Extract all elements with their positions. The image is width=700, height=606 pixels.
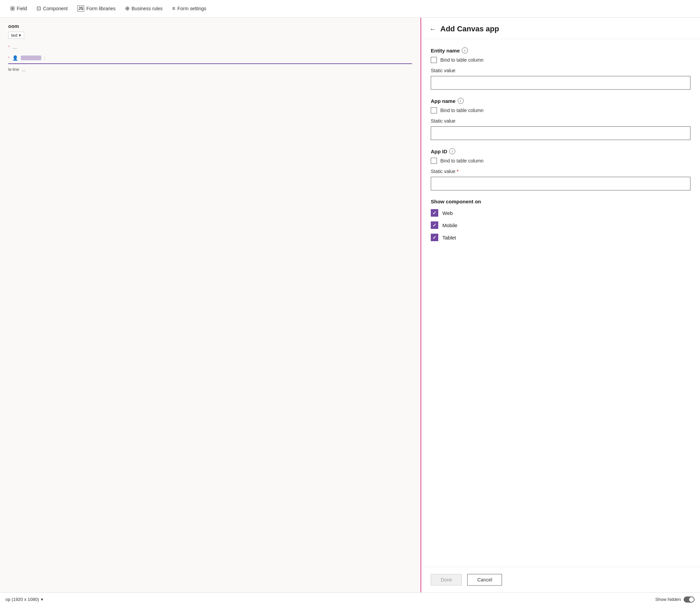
main-content: oom ted ▾ * ... * 👤 : l bbox=[0, 18, 700, 592]
nav-component-label: Component bbox=[43, 6, 67, 11]
bottom-left: op (1920 x 1080) ▾ bbox=[5, 597, 43, 602]
panel-title: Add Canvas app bbox=[440, 25, 499, 33]
field-icon: ⊞ bbox=[10, 5, 15, 12]
dots-placeholder-2: ... bbox=[22, 67, 26, 72]
app-id-bind-row: Bind to table column bbox=[431, 158, 690, 164]
nav-field-label: Field bbox=[17, 6, 27, 11]
entity-name-bind-label: Bind to table column bbox=[440, 57, 484, 63]
mobile-checkbox[interactable] bbox=[431, 221, 438, 229]
bottom-right: Show hidden bbox=[655, 596, 695, 603]
nav-component[interactable]: ⊡ Component bbox=[32, 0, 72, 17]
tablet-checkbox-row: Tablet bbox=[431, 234, 690, 241]
panel-footer: Done Cancel bbox=[421, 567, 700, 592]
app-name-bind-row: Bind to table column bbox=[431, 107, 690, 113]
show-hidden-label: Show hidden bbox=[655, 597, 681, 602]
app-name-label: App name i bbox=[431, 98, 690, 104]
form-settings-icon: ≡ bbox=[172, 5, 175, 12]
app-name-info-icon[interactable]: i bbox=[458, 98, 464, 104]
dots-placeholder-1: ... bbox=[13, 44, 17, 50]
ted-dropdown-chevron: ▾ bbox=[19, 33, 21, 38]
nav-form-libraries[interactable]: JS Form libraries bbox=[73, 0, 120, 17]
app-id-info-icon[interactable]: i bbox=[449, 148, 455, 154]
field-blurred-text bbox=[21, 56, 41, 60]
form-area: oom ted ▾ * ... * 👤 : l bbox=[0, 18, 421, 592]
tablet-checkbox[interactable] bbox=[431, 234, 438, 241]
entity-name-static-input[interactable] bbox=[431, 76, 690, 90]
ted-dropdown-label: ted bbox=[11, 33, 17, 38]
room-label: oom bbox=[8, 23, 412, 29]
nav-field[interactable]: ⊞ Field bbox=[5, 0, 32, 17]
nav-business-rules-label: Business rules bbox=[132, 6, 163, 11]
bottom-bar: op (1920 x 1080) ▾ Show hidden bbox=[0, 592, 700, 606]
entity-name-info-icon[interactable]: i bbox=[462, 47, 468, 53]
app-id-static-label: Static value * bbox=[431, 169, 690, 174]
show-hidden-toggle[interactable] bbox=[684, 596, 695, 603]
app-id-required-star: * bbox=[457, 169, 458, 174]
entity-name-bind-checkbox[interactable] bbox=[431, 57, 437, 63]
done-button[interactable]: Done bbox=[431, 574, 462, 586]
app-id-group: App ID i Bind to table column Static val… bbox=[431, 148, 690, 190]
person-icon: 👤 bbox=[12, 55, 18, 61]
form-libraries-icon: JS bbox=[77, 5, 85, 12]
back-arrow-icon: ← bbox=[429, 25, 436, 33]
app-id-static-input[interactable] bbox=[431, 177, 690, 190]
nav-form-libraries-label: Form libraries bbox=[86, 6, 116, 11]
nav-form-settings[interactable]: ≡ Form settings bbox=[167, 0, 211, 17]
panel-body: Entity name i Bind to table column Stati… bbox=[421, 39, 700, 262]
show-component-label: Show component on bbox=[431, 199, 690, 204]
single-line-row: le-line ... bbox=[8, 64, 412, 75]
web-label: Web bbox=[442, 210, 453, 216]
panel-header: ← Add Canvas app bbox=[421, 18, 700, 39]
web-checkbox[interactable] bbox=[431, 209, 438, 217]
show-component-group: Show component on Web Mobile Tablet bbox=[431, 199, 690, 246]
entity-name-bind-row: Bind to table column bbox=[431, 57, 690, 63]
field-extra: : bbox=[44, 56, 45, 61]
field-item-person[interactable]: * 👤 : bbox=[8, 52, 412, 64]
entity-name-label: Entity name i bbox=[431, 47, 690, 53]
business-rules-icon: ⊕ bbox=[125, 5, 130, 12]
required-indicator: * bbox=[8, 45, 10, 49]
back-button[interactable]: ← bbox=[429, 25, 436, 33]
single-line-label: le-line bbox=[8, 67, 19, 72]
mobile-checkbox-row: Mobile bbox=[431, 221, 690, 229]
web-checkbox-row: Web bbox=[431, 209, 690, 217]
component-icon: ⊡ bbox=[36, 5, 41, 12]
resolution-label: op (1920 x 1080) bbox=[5, 597, 39, 602]
app-name-group: App name i Bind to table column Static v… bbox=[431, 98, 690, 140]
app-name-bind-checkbox[interactable] bbox=[431, 107, 437, 113]
nav-business-rules[interactable]: ⊕ Business rules bbox=[120, 0, 167, 17]
ted-dropdown[interactable]: ted ▾ bbox=[8, 32, 24, 39]
app-id-bind-label: Bind to table column bbox=[440, 158, 484, 164]
cancel-button[interactable]: Cancel bbox=[467, 574, 502, 586]
mobile-label: Mobile bbox=[442, 222, 457, 228]
tablet-label: Tablet bbox=[442, 235, 456, 240]
app-name-bind-label: Bind to table column bbox=[440, 108, 484, 113]
app-name-static-input[interactable] bbox=[431, 126, 690, 140]
required-indicator-2: * bbox=[8, 56, 10, 60]
app-id-label: App ID i bbox=[431, 148, 690, 154]
resolution-chevron-icon: ▾ bbox=[41, 597, 43, 602]
entity-name-static-label: Static value bbox=[431, 68, 690, 73]
app-id-bind-checkbox[interactable] bbox=[431, 158, 437, 164]
right-panel: ← Add Canvas app Entity name i Bind to t… bbox=[421, 18, 700, 592]
top-nav: ⊞ Field ⊡ Component JS Form libraries ⊕ … bbox=[0, 0, 700, 18]
nav-form-settings-label: Form settings bbox=[177, 6, 206, 11]
entity-name-group: Entity name i Bind to table column Stati… bbox=[431, 47, 690, 90]
app-name-static-label: Static value bbox=[431, 118, 690, 124]
